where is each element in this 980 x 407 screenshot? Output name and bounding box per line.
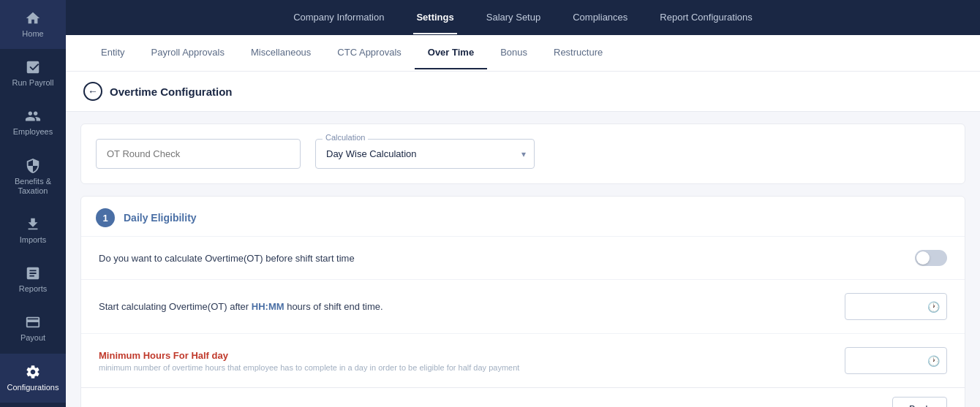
back-circle-button[interactable]: ← — [83, 82, 102, 101]
setting-row-after-shift: Start calculating Overtime(OT) after HH:… — [81, 279, 965, 333]
top-nav-settings[interactable]: Settings — [413, 1, 456, 34]
reports-icon — [25, 265, 41, 281]
subnav-restructure[interactable]: Restructure — [540, 37, 616, 69]
benefits-icon — [25, 158, 41, 174]
calculation-label: Calculation — [323, 133, 368, 142]
top-nav-company-info[interactable]: Company Information — [290, 1, 387, 34]
section-header: 1 Daily Eligibility — [81, 197, 965, 236]
setting-sublabel-min-hours: minimum number of overtime hours that em… — [99, 363, 519, 372]
daily-eligibility-card: 1 Daily Eligibility Do you want to calcu… — [80, 196, 965, 407]
sidebar-item-imports[interactable]: Imports — [0, 206, 66, 255]
employees-icon — [25, 108, 41, 124]
page-header: ← Overtime Configuration — [66, 72, 980, 112]
page-title: Overtime Configuration — [110, 85, 233, 98]
after-shift-prefix: Start calculating Overtime(OT) after — [99, 301, 252, 312]
subnav-payroll-approvals[interactable]: Payroll Approvals — [138, 37, 238, 69]
sidebar-payout-label: Payout — [20, 333, 45, 343]
section-number: 1 — [96, 208, 115, 227]
sidebar-configurations-label: Configurations — [7, 383, 59, 392]
back-button[interactable]: Back — [892, 397, 947, 407]
sidebar-home-label: Home — [22, 29, 43, 39]
page-content: ← Overtime Configuration Calculation Day… — [66, 72, 980, 407]
subnav-ctc-approvals[interactable]: CTC Approvals — [324, 37, 414, 69]
sidebar-item-run-payroll[interactable]: Run Payroll — [0, 49, 66, 98]
sidebar-item-payout[interactable]: Payout — [0, 304, 66, 353]
form-card: Calculation Day Wise Calculation Hour Wi… — [80, 123, 965, 184]
after-shift-time-wrapper: 00:01 🕐 — [845, 293, 947, 320]
sidebar-item-reports[interactable]: Reports — [0, 255, 66, 304]
sidebar-item-home[interactable]: Home — [0, 0, 66, 49]
top-navigation: Company Information Settings Salary Setu… — [66, 0, 980, 35]
subnav-entity[interactable]: Entity — [88, 37, 138, 69]
home-icon — [25, 10, 41, 26]
setting-label-before-shift: Do you want to calculate Overtime(OT) be… — [99, 251, 355, 265]
setting-label-min-hours-wrapper: Minimum Hours For Half day minimum numbe… — [99, 350, 519, 372]
top-nav-salary-setup[interactable]: Salary Setup — [483, 1, 543, 34]
sidebar-item-employees[interactable]: Employees — [0, 98, 66, 147]
after-shift-time-input[interactable]: 00:01 — [845, 293, 947, 320]
ot-round-check-input[interactable] — [96, 139, 301, 169]
sidebar-benefits-label: Benefits & Taxation — [4, 177, 61, 196]
ot-round-check-wrapper — [96, 139, 301, 169]
top-nav-compliances[interactable]: Compliances — [570, 1, 630, 34]
sidebar-item-benefits-taxation[interactable]: Benefits & Taxation — [0, 148, 66, 206]
min-hours-time-input[interactable]: 03:00 — [845, 347, 947, 374]
sidebar-reports-label: Reports — [19, 284, 48, 294]
subnav-miscellaneous[interactable]: Miscellaneous — [238, 37, 324, 69]
calculation-select[interactable]: Day Wise Calculation Hour Wise Calculati… — [315, 139, 535, 169]
sidebar-imports-label: Imports — [20, 235, 47, 245]
section-title: Daily Eligibility — [124, 212, 197, 224]
payout-icon — [25, 314, 41, 330]
after-shift-suffix: hours of shift end time. — [284, 301, 383, 312]
subnav-bonus[interactable]: Bonus — [487, 37, 540, 69]
setting-row-min-hours: Minimum Hours For Half day minimum numbe… — [81, 333, 965, 387]
min-hours-time-wrapper: 03:00 🕐 — [845, 347, 947, 374]
setting-row-before-shift: Do you want to calculate Overtime(OT) be… — [81, 236, 965, 279]
subnav-over-time[interactable]: Over Time — [415, 37, 487, 69]
setting-label-after-shift: Start calculating Overtime(OT) after HH:… — [99, 301, 845, 312]
top-nav-report-configurations[interactable]: Report Configurations — [657, 1, 755, 34]
main-content: Company Information Settings Salary Setu… — [66, 0, 980, 407]
configurations-icon — [25, 364, 41, 380]
setting-label-min-hours: Minimum Hours For Half day — [99, 350, 519, 361]
sidebar: Home Run Payroll Employees Benefits & Ta… — [0, 0, 66, 407]
calculation-select-wrapper: Calculation Day Wise Calculation Hour Wi… — [315, 139, 535, 169]
sidebar-employees-label: Employees — [13, 127, 53, 137]
toggle-slider — [915, 250, 947, 266]
run-payroll-icon — [25, 59, 41, 75]
bottom-bar: Back — [81, 387, 965, 407]
sidebar-item-configurations[interactable]: Configurations — [0, 354, 66, 403]
imports-icon — [25, 216, 41, 232]
sidebar-run-payroll-label: Run Payroll — [12, 78, 54, 88]
hhmm-highlight: HH:MM — [252, 301, 284, 312]
form-row: Calculation Day Wise Calculation Hour Wi… — [81, 124, 965, 183]
before-shift-toggle[interactable] — [915, 250, 947, 266]
sub-navigation: Entity Payroll Approvals Miscellaneous C… — [66, 35, 980, 72]
